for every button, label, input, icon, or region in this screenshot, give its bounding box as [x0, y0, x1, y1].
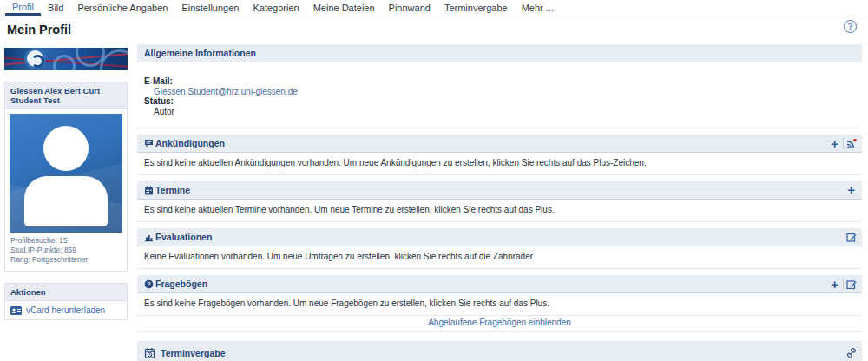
- vcard-icon: [10, 306, 22, 315]
- status-label: Status:: [144, 96, 855, 107]
- announcements-empty-text: Es sind keine aktuellen Ankündigungen vo…: [137, 153, 862, 175]
- appointments-title: Terminvergabe: [161, 348, 226, 358]
- profile-card: Giessen Alex Bert Curt Student Test Prof…: [4, 82, 128, 272]
- avatar: [10, 114, 122, 233]
- add-date-button[interactable]: +: [845, 186, 857, 194]
- edit-questionnaires-icon[interactable]: [846, 279, 857, 289]
- add-questionnaire-button[interactable]: +: [829, 279, 840, 288]
- calendar-clock-icon: [144, 347, 155, 358]
- evaluations-title: Evaluationen: [155, 232, 212, 242]
- section-appointments: Terminvergabe: [137, 341, 862, 361]
- questionnaires-title: Fragebögen: [155, 279, 207, 289]
- profile-banner-image: [4, 48, 128, 70]
- general-info-header: Allgemeine Informationen: [137, 44, 862, 62]
- calendar-icon: [144, 186, 154, 195]
- email-link[interactable]: Giessen.Student@hrz.uni-giessen.de: [154, 87, 298, 96]
- general-info-title: Allgemeine Informationen: [144, 48, 256, 58]
- stat-visits: Profilbesuche: 15: [10, 236, 122, 246]
- tab-bild[interactable]: Bild: [41, 0, 70, 16]
- announcements-header: Ankündigungen +: [137, 135, 862, 153]
- profile-stats: Profilbesuche: 15 Stud.IP-Punkte: 859 Ra…: [10, 233, 122, 266]
- section-evaluations: Evaluationen Keine Evaluationen vorhande…: [137, 228, 862, 269]
- evaluations-header: Evaluationen: [137, 228, 862, 246]
- edit-evaluations-icon[interactable]: [846, 232, 857, 242]
- vcard-download-link[interactable]: vCard herunterladen: [26, 305, 105, 315]
- stat-points: Stud.IP-Punkte: 859: [10, 246, 122, 255]
- profile-tab-bar: Profil Bild Persönliche Angaben Einstell…: [0, 0, 868, 16]
- question-circle-icon: ?: [144, 279, 154, 289]
- section-questionnaires: ? Fragebögen + Es sind keine Fragebögen …: [137, 275, 862, 332]
- bar-chart-icon: [144, 233, 154, 242]
- main-column: Allgemeine Informationen E-Mail: Giessen…: [137, 44, 862, 361]
- tab-einstellungen[interactable]: Einstellungen: [174, 0, 246, 16]
- tab-mehr[interactable]: Mehr ...: [515, 0, 561, 16]
- tab-pinnwand[interactable]: Pinnwand: [382, 0, 437, 16]
- tab-meine-dateien[interactable]: Meine Dateien: [306, 0, 382, 16]
- tab-profil[interactable]: Profil: [5, 0, 41, 16]
- email-label: E-Mail:: [144, 76, 855, 87]
- tab-persoenliche-angaben[interactable]: Persönliche Angaben: [70, 0, 174, 16]
- actions-header: Aktionen: [5, 284, 127, 301]
- actions-widget: Aktionen vCard herunterladen: [4, 283, 128, 320]
- questionnaires-header: ? Fragebögen +: [137, 275, 862, 293]
- profile-name: Giessen Alex Bert Curt Student Test: [5, 82, 127, 109]
- section-general-info: Allgemeine Informationen E-Mail: Giessen…: [137, 44, 862, 128]
- tab-terminvergabe[interactable]: Terminvergabe: [437, 0, 515, 16]
- dates-title: Termine: [155, 185, 190, 195]
- add-announcement-button[interactable]: +: [829, 139, 840, 148]
- help-icon[interactable]: ?: [844, 20, 857, 33]
- link-icon[interactable]: [846, 348, 857, 358]
- questionnaires-empty-text: Es sind keine Fragebögen vorhanden. Um n…: [137, 293, 862, 316]
- announcements-title: Ankündigungen: [155, 138, 225, 148]
- announcement-icon: [144, 139, 154, 148]
- stat-rank: Rang: Fortgeschrittener: [10, 255, 122, 265]
- status-value: Autor: [144, 107, 855, 117]
- section-announcements: Ankündigungen + Es sind keine aktuellen …: [137, 135, 862, 175]
- show-expired-questionnaires-link[interactable]: Abgelaufene Fragebögen einblenden: [428, 318, 571, 327]
- dates-header: Termine +: [137, 181, 862, 200]
- appointments-header: Terminvergabe: [137, 341, 862, 361]
- rss-feed-icon[interactable]: [846, 138, 857, 148]
- content-area: Giessen Alex Bert Curt Student Test Prof…: [0, 44, 868, 361]
- sidebar: Giessen Alex Bert Curt Student Test Prof…: [4, 44, 128, 320]
- evaluations-empty-text: Keine Evaluationen vorhanden. Um neue Um…: [137, 246, 862, 269]
- section-dates: Termine + Es sind keine aktuellen Termin…: [137, 181, 862, 222]
- dates-empty-text: Es sind keine aktuellen Termine vorhande…: [137, 200, 862, 222]
- svg-text:?: ?: [147, 280, 151, 288]
- page-title: Mein Profil: [7, 23, 868, 36]
- tab-kategorien[interactable]: Kategorien: [246, 0, 306, 16]
